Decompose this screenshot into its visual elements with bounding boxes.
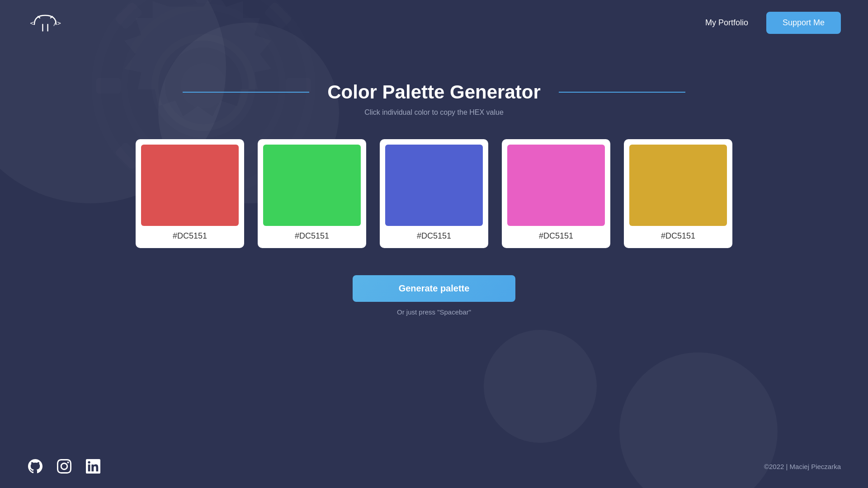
color-hex-1: #DC5151 [295, 231, 329, 241]
linkedin-icon[interactable] [85, 458, 101, 474]
color-swatch-2 [385, 145, 483, 226]
support-button[interactable]: Support Me [766, 12, 841, 34]
spacebar-hint: Or just press "Spacebar" [397, 308, 471, 316]
page-title: Color Palette Generator [327, 81, 540, 103]
color-hex-4: #DC5151 [661, 231, 695, 241]
footer: ©2022 | Maciej Pieczarka [0, 458, 868, 474]
copyright-text: ©2022 | Maciej Pieczarka [764, 463, 841, 470]
title-line-right [559, 92, 685, 93]
color-hex-0: #DC5151 [173, 231, 207, 241]
title-row: Color Palette Generator [183, 81, 685, 103]
color-card-4[interactable]: #DC5151 [624, 139, 732, 248]
nav: My Portfolio Support Me [705, 12, 841, 34]
portfolio-link[interactable]: My Portfolio [705, 18, 748, 28]
color-swatch-3 [507, 145, 605, 226]
color-swatch-0 [141, 145, 239, 226]
svg-text:/>: /> [53, 19, 61, 27]
title-line-left [183, 92, 309, 93]
header: < /> My Portfolio Support Me [0, 0, 868, 45]
color-swatch-1 [263, 145, 361, 226]
instagram-icon[interactable] [56, 458, 72, 474]
generate-button[interactable]: Generate palette [353, 275, 515, 302]
color-card-1[interactable]: #DC5151 [258, 139, 366, 248]
palette-container: #DC5151#DC5151#DC5151#DC5151#DC5151 [136, 139, 732, 248]
logo[interactable]: < /> [27, 9, 63, 36]
color-card-2[interactable]: #DC5151 [380, 139, 488, 248]
color-hex-3: #DC5151 [539, 231, 573, 241]
svg-text:<: < [30, 19, 34, 27]
color-card-0[interactable]: #DC5151 [136, 139, 244, 248]
main-content: Color Palette Generator Click individual… [0, 45, 868, 316]
color-swatch-4 [629, 145, 727, 226]
color-card-3[interactable]: #DC5151 [502, 139, 610, 248]
page-subtitle: Click individual color to copy the HEX v… [364, 108, 504, 117]
github-icon[interactable] [27, 458, 43, 474]
social-icons [27, 458, 101, 474]
color-hex-2: #DC5151 [417, 231, 451, 241]
